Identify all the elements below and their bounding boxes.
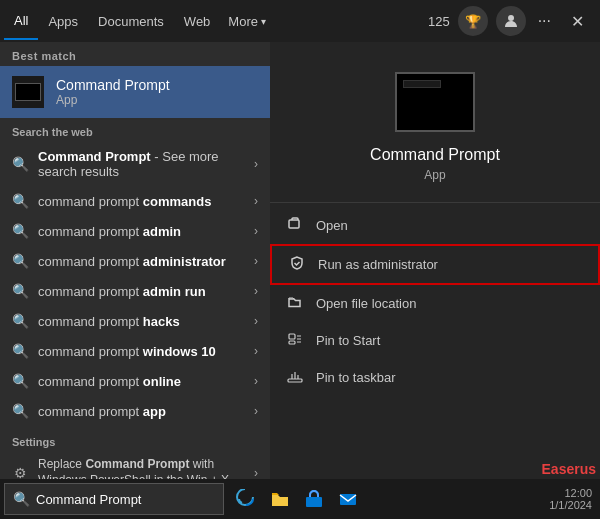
more-chevron-icon: ▾ [261,16,266,27]
pin-start-icon [286,331,304,350]
context-pin-start[interactable]: Pin to Start [270,322,600,359]
right-content: Command Prompt App Open [270,42,600,396]
context-pin-taskbar[interactable]: Pin to taskbar [270,359,600,396]
svg-rect-6 [340,494,356,505]
search-result-8[interactable]: 🔍 command prompt app › [0,396,270,426]
tab-all[interactable]: All [4,3,38,40]
chevron-icon-8: › [254,404,258,418]
open-label: Open [316,218,348,233]
chevron-icon-7: › [254,374,258,388]
search-result-3[interactable]: 🔍 command prompt administrator › [0,246,270,276]
result-text-7: command prompt online [38,374,244,389]
search-icon-2: 🔍 [12,223,28,239]
search-result-7[interactable]: 🔍 command prompt online › [0,366,270,396]
pin-taskbar-label: Pin to taskbar [316,370,396,385]
open-icon [286,216,304,235]
taskbar-icons [232,485,362,513]
search-result-0[interactable]: 🔍 Command Prompt - See more search resul… [0,142,270,186]
result-text-1: command prompt commands [38,194,244,209]
chevron-icon-6: › [254,344,258,358]
search-icon-0: 🔍 [12,156,28,172]
taskbar: 🔍 Command Prompt [0,479,600,519]
search-result-5[interactable]: 🔍 command prompt hacks › [0,306,270,336]
best-match-subtitle: App [56,93,170,107]
taskbar-search-text: Command Prompt [36,492,141,507]
tab-apps[interactable]: Apps [38,4,88,39]
context-run-admin[interactable]: Run as administrator [270,244,600,285]
taskbar-search-icon: 🔍 [13,491,30,507]
svg-rect-1 [289,220,299,228]
best-match-label: Best match [0,42,270,66]
svg-rect-5 [306,497,322,507]
best-match-title: Command Prompt [56,77,170,93]
result-text-8: command prompt app [38,404,244,419]
result-text-5: command prompt hacks [38,314,244,329]
search-icon-6: 🔍 [12,343,28,359]
pin-taskbar-icon [286,368,304,387]
shield-icon [288,255,306,274]
open-location-label: Open file location [316,296,416,311]
svg-rect-3 [289,341,295,344]
settings-chevron-0: › [254,466,258,479]
svg-point-0 [508,15,514,21]
search-result-4[interactable]: 🔍 command prompt admin run › [0,276,270,306]
top-right-icons: 125 🏆 ··· ✕ [270,0,600,42]
chevron-icon-1: › [254,194,258,208]
trophy-icon[interactable]: 🏆 [458,6,488,36]
context-open-location[interactable]: Open file location [270,285,600,322]
user-icon[interactable] [496,6,526,36]
settings-label: Settings [0,430,270,450]
chevron-icon-0: › [254,157,258,171]
chevron-icon-5: › [254,314,258,328]
nav-tabs: All Apps Documents Web More ▾ [0,0,270,42]
search-icon-8: 🔍 [12,403,28,419]
divider [270,202,600,203]
close-button[interactable]: ✕ [563,8,592,35]
svg-rect-4 [288,379,302,382]
cmd-app-icon [12,76,44,108]
time: 12:00 [564,487,592,499]
start-menu: All Apps Documents Web More ▾ Best match… [0,0,600,479]
search-icon-7: 🔍 [12,373,28,389]
taskbar-edge-icon[interactable] [232,485,260,513]
watermark: Easerus [542,461,596,477]
right-panel: 125 🏆 ··· ✕ Command Prompt App [270,0,600,479]
svg-rect-2 [289,334,295,339]
taskbar-store-icon[interactable] [300,485,328,513]
context-menu: Open Run as administrator [270,207,600,396]
search-icon-1: 🔍 [12,193,28,209]
watermark-brand: Easerus [542,461,596,477]
settings-section: Settings ⚙ Replace Command Prompt with W… [0,430,270,479]
result-text-0: Command Prompt - See more search results [38,149,244,179]
score-badge: 125 [428,14,450,29]
search-result-2[interactable]: 🔍 command prompt admin › [0,216,270,246]
pin-start-label: Pin to Start [316,333,380,348]
settings-text-0: Replace Command Prompt with Windows Powe… [38,457,244,479]
taskbar-mail-icon[interactable] [334,485,362,513]
chevron-icon-3: › [254,254,258,268]
tab-more[interactable]: More ▾ [220,4,270,39]
date: 1/1/2024 [549,499,592,511]
left-panel: All Apps Documents Web More ▾ Best match… [0,0,270,479]
best-match-text: Command Prompt App [56,77,170,107]
settings-item-0[interactable]: ⚙ Replace Command Prompt with Windows Po… [0,450,270,479]
folder-icon [286,294,304,313]
tab-documents[interactable]: Documents [88,4,174,39]
search-icon-5: 🔍 [12,313,28,329]
search-web-label: Search the web [0,118,270,142]
chevron-icon-4: › [254,284,258,298]
taskbar-search-bar[interactable]: 🔍 Command Prompt [4,483,224,515]
app-name: Command Prompt [370,146,500,164]
search-result-1[interactable]: 🔍 command prompt commands › [0,186,270,216]
gear-icon-0: ⚙ [12,465,28,479]
search-icon-3: 🔍 [12,253,28,269]
run-admin-label: Run as administrator [318,257,438,272]
best-match-item[interactable]: Command Prompt App [0,66,270,118]
tab-web[interactable]: Web [174,4,221,39]
app-type: App [424,168,445,182]
search-icon-4: 🔍 [12,283,28,299]
dots-icon[interactable]: ··· [534,8,555,34]
context-open[interactable]: Open [270,207,600,244]
taskbar-explorer-icon[interactable] [266,485,294,513]
search-result-6[interactable]: 🔍 command prompt windows 10 › [0,336,270,366]
